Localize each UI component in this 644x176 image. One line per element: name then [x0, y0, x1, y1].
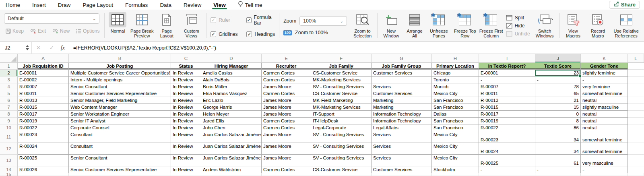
- column-header-e[interactable]: E: [262, 54, 311, 62]
- share-button[interactable]: Share: [609, 1, 640, 9]
- tab-review[interactable]: Review: [184, 0, 201, 10]
- cell[interactable]: 23: [535, 70, 581, 77]
- column-header-k[interactable]: K: [581, 54, 628, 62]
- cell[interactable]: In Review: [171, 143, 201, 155]
- cell[interactable]: 21: [535, 97, 581, 104]
- cell[interactable]: SV - Consulting Services: [311, 143, 372, 155]
- cell[interactable]: Mexico City: [432, 90, 479, 97]
- cell[interactable]: R-00017: [479, 111, 535, 118]
- cell[interactable]: [171, 173, 201, 176]
- row-header[interactable]: 15: [0, 173, 18, 176]
- row-header[interactable]: 2: [0, 70, 18, 77]
- cell[interactable]: [372, 173, 432, 176]
- cell[interactable]: In Review: [171, 131, 201, 143]
- cell[interactable]: -: [479, 77, 535, 83]
- cell[interactable]: R-00013: [479, 97, 535, 104]
- column-header-c[interactable]: C: [171, 54, 201, 62]
- cell[interactable]: James Moore: [262, 111, 311, 118]
- cell[interactable]: James Moore: [262, 155, 311, 166]
- exit-button[interactable]: Exit: [30, 28, 46, 34]
- page-break-preview-button[interactable]: Page Break Preview: [130, 10, 154, 41]
- cell[interactable]: R-00007: [479, 83, 535, 90]
- cell[interactable]: somewhat feminine: [581, 131, 628, 143]
- cell[interactable]: 34: [535, 131, 581, 143]
- cell[interactable]: IT-HelpDesk: [311, 118, 372, 124]
- cell[interactable]: Stockholm: [432, 166, 479, 173]
- cell[interactable]: 34: [535, 143, 581, 155]
- freeze-first-column-button[interactable]: ✱ Freeze First Column: [479, 10, 503, 41]
- column-header-j[interactable]: J: [535, 54, 581, 62]
- cell[interactable]: Legal-Corporate: [311, 124, 372, 131]
- freeze-top-row-button[interactable]: ✱ Freeze Top Row: [453, 10, 477, 41]
- cell[interactable]: slightly masculine: [581, 104, 628, 111]
- header-cell[interactable]: Job Family: [311, 63, 372, 70]
- header-cell[interactable]: Job Posting: [69, 63, 171, 70]
- row-header[interactable]: 3: [0, 77, 18, 83]
- cell[interactable]: neutral: [581, 124, 628, 131]
- tab-data[interactable]: Data: [160, 0, 171, 10]
- cell[interactable]: R-00015: [18, 104, 69, 111]
- cell[interactable]: San Francisco: [432, 118, 479, 124]
- cell[interactable]: R-00023: [479, 131, 535, 143]
- header-cell[interactable]: In Textio Report?: [479, 63, 535, 70]
- cell[interactable]: James Moore: [262, 143, 311, 155]
- formula-bar-checkbox[interactable]: ✓ Formula Bar: [246, 14, 275, 26]
- cell[interactable]: Senior Customer Services Representative: [69, 90, 171, 97]
- cell[interactable]: Eric Lazlo: [201, 97, 262, 104]
- column-header-i[interactable]: I: [479, 54, 535, 62]
- header-cell[interactable]: Hiring Manager: [201, 63, 262, 70]
- unhide-button[interactable]: Unhide: [506, 31, 530, 37]
- tab-draw[interactable]: Draw: [58, 0, 71, 10]
- tab-formulas[interactable]: Formulas: [125, 0, 148, 10]
- row-header[interactable]: 9: [0, 118, 18, 124]
- cell[interactable]: [628, 118, 644, 124]
- row-header[interactable]: 1: [0, 63, 18, 70]
- cell[interactable]: SV - Consulting Services: [311, 155, 372, 166]
- cell[interactable]: Senior Customer Services Representative: [69, 166, 171, 173]
- cell[interactable]: Customer Services: [372, 90, 432, 97]
- view-macros-button[interactable]: View Macros: [563, 10, 584, 41]
- cell[interactable]: Services: [372, 83, 432, 90]
- cell[interactable]: MK-Marketing Services: [311, 77, 372, 83]
- name-box[interactable]: J2: [0, 45, 23, 51]
- cell[interactable]: In Review: [171, 104, 201, 111]
- tab-home[interactable]: Home: [6, 0, 20, 10]
- cell[interactable]: Helen Meyer: [201, 111, 262, 118]
- cell[interactable]: [628, 70, 644, 77]
- cell[interactable]: Carmen Cortes: [262, 77, 311, 83]
- column-header-d[interactable]: D: [201, 54, 262, 62]
- cell[interactable]: Jared Ellis: [201, 118, 262, 124]
- cell[interactable]: Information Technology: [372, 118, 432, 124]
- tab-page-layout[interactable]: Page Layout: [83, 0, 113, 10]
- cell[interactable]: Consultant: [69, 143, 171, 155]
- cell[interactable]: In Review: [171, 111, 201, 118]
- cell[interactable]: [628, 173, 644, 176]
- tab-insert[interactable]: Insert: [32, 0, 46, 10]
- tell-me[interactable]: Tell me: [238, 0, 262, 10]
- cell[interactable]: Marketing: [372, 104, 432, 111]
- cell[interactable]: R-00025: [479, 155, 535, 166]
- cell[interactable]: R-00015: [479, 104, 535, 111]
- cell[interactable]: [479, 173, 535, 176]
- cell[interactable]: [628, 97, 644, 104]
- cell[interactable]: [628, 83, 644, 90]
- cell[interactable]: Multiple Customer Service Career Opportu…: [69, 70, 171, 77]
- cell[interactable]: slightly feminine: [581, 70, 628, 77]
- split-button[interactable]: Split: [506, 14, 530, 21]
- cell[interactable]: Services: [372, 131, 432, 143]
- header-cell[interactable]: Gender Tone: [581, 63, 628, 70]
- cell[interactable]: 15: [535, 104, 581, 111]
- cell[interactable]: -: [535, 166, 581, 173]
- insert-function-icon[interactable]: fx: [58, 45, 69, 51]
- cell[interactable]: R-00013: [18, 97, 69, 104]
- cell[interactable]: -: [535, 77, 581, 83]
- cell[interactable]: R-00022: [479, 124, 535, 131]
- cell[interactable]: John Chen: [201, 124, 262, 131]
- cell[interactable]: In Review: [171, 70, 201, 77]
- cell[interactable]: 61: [535, 155, 581, 166]
- cell[interactable]: CS-Customer Service: [311, 166, 372, 173]
- cell[interactable]: Intern - Multiple openings: [69, 77, 171, 83]
- row-header[interactable]: 11: [0, 131, 18, 143]
- cell[interactable]: Senior Consultant: [69, 155, 171, 166]
- cell[interactable]: James Moore: [262, 83, 311, 90]
